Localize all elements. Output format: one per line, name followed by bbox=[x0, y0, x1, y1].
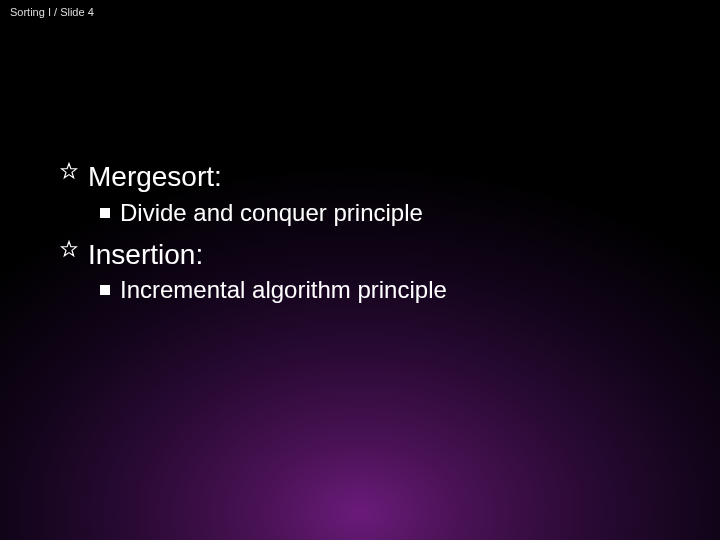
bullet-item-mergesort: Mergesort: bbox=[60, 160, 680, 194]
star-icon bbox=[60, 240, 78, 258]
sub-bullet-label: Divide and conquer principle bbox=[120, 198, 423, 228]
bullet-item-insertion: Insertion: bbox=[60, 238, 680, 272]
slide-content: Mergesort: Divide and conquer principle … bbox=[60, 160, 680, 315]
square-icon bbox=[100, 285, 110, 295]
bullet-label: Mergesort: bbox=[88, 160, 222, 194]
slide-header: Sorting I / Slide 4 bbox=[10, 6, 94, 18]
sub-bullet-item: Incremental algorithm principle bbox=[100, 275, 680, 305]
slide: Sorting I / Slide 4 Mergesort: Divide an… bbox=[0, 0, 720, 540]
bullet-label: Insertion: bbox=[88, 238, 203, 272]
square-icon bbox=[100, 208, 110, 218]
sub-bullet-label: Incremental algorithm principle bbox=[120, 275, 447, 305]
sub-bullet-item: Divide and conquer principle bbox=[100, 198, 680, 228]
star-icon bbox=[60, 162, 78, 180]
